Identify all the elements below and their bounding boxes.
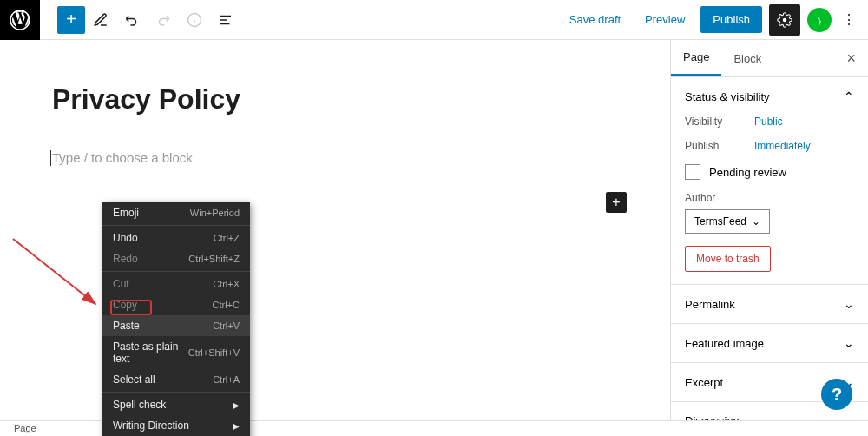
page-title[interactable]: Privacy Policy [52,83,635,116]
sidebar-tabs: Page Block × [671,40,868,77]
author-select[interactable]: TermsFeed ⌄ [685,209,770,234]
menu-item-paste-plain[interactable]: Paste as plain textCtrl+Shift+V [102,336,250,369]
wordpress-logo[interactable] [0,0,40,40]
main-area: Privacy Policy Type / to choose a block … [0,40,868,420]
panel-title: Featured image [685,337,764,350]
settings-sidebar: Page Block × Status & visibility ⌃ Visib… [670,40,868,420]
pending-review-checkbox[interactable] [685,164,700,180]
breadcrumb[interactable]: Page [14,423,36,433]
panel-header-featured-image[interactable]: Featured image ⌄ [671,324,868,362]
menu-item-select-all[interactable]: Select allCtrl+A [102,369,250,390]
panel-title: Discussion [685,414,740,420]
author-label: Author [685,192,854,204]
menu-separator [102,392,250,393]
menu-separator [102,271,250,272]
help-button[interactable]: ? [821,379,852,410]
chevron-down-icon: ⌄ [844,336,854,350]
publish-button[interactable]: Publish [700,6,762,33]
menu-item-writing-direction[interactable]: Writing Direction▶ [102,415,250,436]
toolbar-right-group: Save draft Preview Publish ⋮ [561,4,868,36]
close-sidebar-icon[interactable]: × [834,50,868,68]
info-icon[interactable] [179,4,210,36]
jetpack-icon[interactable] [807,8,832,32]
panel-title: Permalink [685,298,735,311]
tab-block[interactable]: Block [721,42,773,76]
menu-item-copy[interactable]: CopyCtrl+C [102,294,250,315]
block-placeholder[interactable]: Type / to choose a block [52,150,635,165]
menu-item-spell-check[interactable]: Spell check▶ [102,394,250,415]
add-block-toolbar-button[interactable]: + [57,6,85,34]
field-publish: Publish Immediately [685,140,854,152]
visibility-label: Visibility [685,116,754,128]
menu-item-undo[interactable]: UndoCtrl+Z [102,228,250,248]
panel-title: Status & visibility [685,90,770,103]
pending-review-label: Pending review [709,166,786,179]
submenu-arrow-icon: ▶ [233,400,240,410]
panel-permalink: Permalink ⌄ [671,285,868,324]
menu-item-redo[interactable]: RedoCtrl+Shift+Z [102,248,250,269]
more-options-icon[interactable]: ⋮ [838,4,859,36]
redo-icon[interactable] [148,4,179,36]
chevron-down-icon: ⌄ [752,215,760,228]
visibility-value[interactable]: Public [754,116,783,128]
edit-mode-icon[interactable] [85,4,116,36]
tab-page[interactable]: Page [671,40,721,76]
move-to-trash-button[interactable]: Move to trash [685,246,771,272]
panel-header-status[interactable]: Status & visibility ⌃ [671,77,868,116]
panel-title: Excerpt [685,376,723,389]
submenu-arrow-icon: ▶ [233,421,240,431]
chevron-up-icon: ⌃ [844,89,854,103]
menu-separator [102,225,250,226]
preview-button[interactable]: Preview [636,8,694,31]
annotation-arrow [9,235,104,313]
outline-icon[interactable] [210,4,241,36]
save-draft-button[interactable]: Save draft [561,8,629,31]
add-block-inline-button[interactable]: + [606,192,627,213]
panel-header-permalink[interactable]: Permalink ⌄ [671,285,868,323]
panel-featured-image: Featured image ⌄ [671,324,868,363]
publish-value[interactable]: Immediately [754,140,811,152]
field-visibility: Visibility Public [685,116,854,128]
undo-icon[interactable] [116,4,148,36]
panel-body-status: Visibility Public Publish Immediately Pe… [671,116,868,284]
settings-button[interactable] [769,4,800,36]
chevron-down-icon: ⌄ [844,297,854,311]
svg-line-8 [13,239,95,304]
panel-status-visibility: Status & visibility ⌃ Visibility Public … [671,77,868,285]
menu-item-paste[interactable]: PasteCtrl+V [102,315,250,336]
publish-label: Publish [685,140,754,152]
top-toolbar: + Save draft Preview Publish ⋮ [0,0,868,40]
svg-point-7 [783,17,787,22]
editor-canvas[interactable]: Privacy Policy Type / to choose a block … [0,40,670,420]
toolbar-left-group: + [40,4,241,36]
author-value: TermsFeed [694,215,746,228]
pending-review-row[interactable]: Pending review [685,164,854,180]
menu-item-emoji[interactable]: EmojiWin+Period [102,202,250,223]
context-menu: EmojiWin+Period UndoCtrl+Z RedoCtrl+Shif… [102,202,250,436]
menu-item-cut[interactable]: CutCtrl+X [102,274,250,294]
